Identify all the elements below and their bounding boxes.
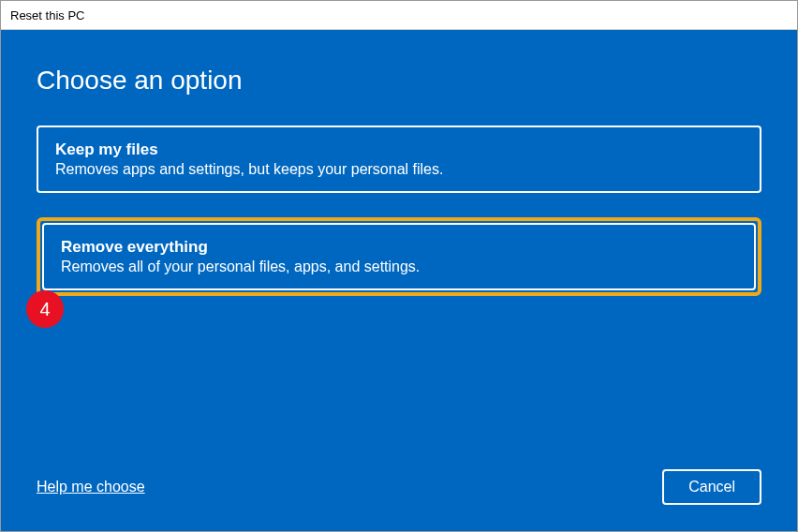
option-keep-my-files[interactable]: Keep my files Removes apps and settings,…	[37, 126, 761, 193]
option-description: Removes all of your personal files, apps…	[61, 259, 737, 275]
window-title: Reset this PC	[10, 8, 84, 22]
cancel-button[interactable]: Cancel	[662, 469, 761, 505]
dialog-footer: Help me choose Cancel	[37, 469, 761, 505]
option-remove-everything[interactable]: Remove everything Removes all of your pe…	[42, 223, 756, 290]
step-badge: 4	[26, 290, 64, 328]
help-me-choose-link[interactable]: Help me choose	[37, 479, 145, 495]
window-titlebar: Reset this PC	[1, 1, 797, 30]
option-description: Removes apps and settings, but keeps you…	[55, 161, 743, 178]
option-title: Remove everything	[61, 238, 737, 257]
annotation-highlight: Remove everything Removes all of your pe…	[37, 217, 761, 296]
option-title: Keep my files	[55, 140, 743, 159]
dialog-content: Choose an option Keep my files Removes a…	[1, 30, 797, 531]
page-heading: Choose an option	[37, 66, 761, 96]
